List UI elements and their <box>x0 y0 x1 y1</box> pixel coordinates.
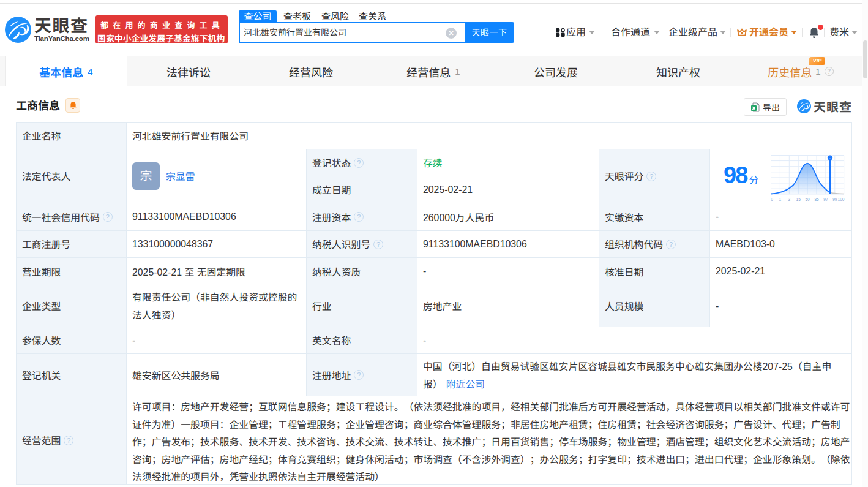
svg-text:99: 99 <box>832 197 837 202</box>
svg-text:1: 1 <box>779 197 782 202</box>
svg-text:3: 3 <box>788 197 790 202</box>
svg-text:0: 0 <box>771 197 773 202</box>
svg-text:97: 97 <box>823 197 828 202</box>
svg-text:100: 100 <box>838 197 845 202</box>
svg-text:85: 85 <box>814 197 819 202</box>
svg-text:50: 50 <box>805 197 810 202</box>
svg-text:15: 15 <box>796 197 801 202</box>
